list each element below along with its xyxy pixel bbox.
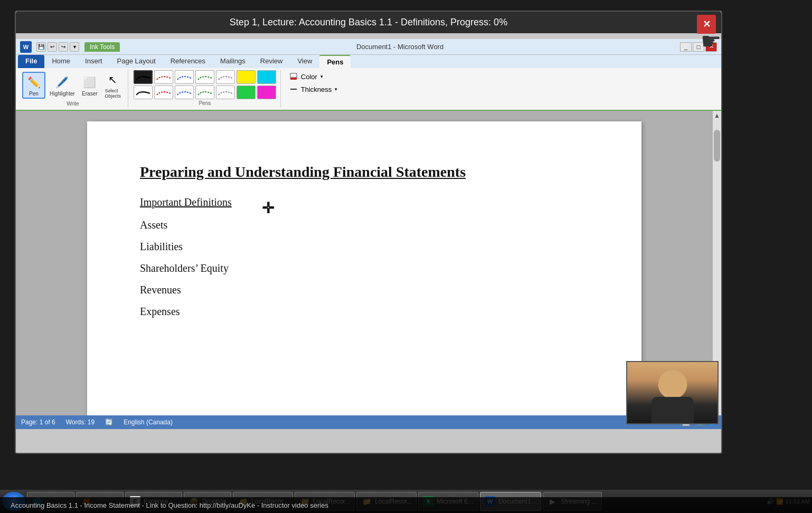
ribbon-content: ✏️ Pen 🖊️ Highlighter ⬜ Eraser [16, 68, 721, 110]
progress-bar: Step 1, Lecture: Accounting Basics 1.1 -… [16, 12, 721, 33]
color-label: Color [301, 73, 317, 81]
tab-pens[interactable]: Pens [319, 55, 351, 68]
select-label: SelectObjects [105, 88, 121, 99]
pen-swatch-green[interactable] [195, 70, 214, 84]
document-title: Document1 - Microsoft Word [123, 43, 677, 51]
caption-bar: Accounting Basics 1.1 - Income Statement… [0, 497, 812, 513]
tab-references[interactable]: References [163, 55, 213, 68]
thickness-option[interactable]: Thickness ▾ [286, 84, 341, 94]
pen-swatch-red[interactable] [154, 70, 173, 84]
scrollbar-thumb[interactable] [714, 130, 720, 162]
pen-swatch-green-bright[interactable] [237, 86, 256, 99]
yellow-pen-stroke [238, 72, 254, 82]
pen-button[interactable]: ✏️ Pen [22, 72, 45, 99]
webcam-overlay [626, 361, 719, 424]
eraser-label: Eraser [82, 91, 97, 97]
status-bar: Page: 1 of 6 Words: 19 🔄 English (Canada… [16, 415, 721, 429]
ribbon: File Home Insert Page Layout References … [16, 55, 721, 111]
tab-home[interactable]: Home [44, 55, 78, 68]
gray-pen-stroke [218, 72, 233, 82]
minimize-btn[interactable]: _ [680, 42, 692, 52]
word-window: W 💾 ↩ ↪ ▾ Ink Tools Document1 - Microsof… [16, 39, 721, 429]
doc-item-revenues: Revenues [140, 284, 589, 296]
customize-btn[interactable]: ▾ [70, 42, 79, 52]
window-controls: _ □ ✕ [680, 42, 717, 52]
highlighter-button[interactable]: 🖊️ Highlighter [48, 73, 77, 98]
words-info: Words: 19 [66, 419, 95, 426]
black-pen-stroke [135, 72, 151, 82]
tab-mailings[interactable]: Mailings [213, 55, 253, 68]
window-close-btn[interactable]: ✕ [705, 42, 717, 52]
redo-btn[interactable]: ↪ [59, 42, 68, 52]
svg-rect-1 [290, 78, 297, 80]
ribbon-group-color-thickness: Color ▾ Thickness ▾ [284, 70, 345, 108]
tab-insert[interactable]: Insert [78, 55, 110, 68]
pen-swatch-pink[interactable] [257, 86, 276, 99]
pen-swatch-black[interactable] [134, 70, 153, 84]
write-tools: ✏️ Pen 🖊️ Highlighter ⬜ Eraser [22, 70, 124, 100]
pen-swatch-gray[interactable] [216, 70, 235, 84]
scroll-up-btn[interactable]: ▲ [714, 112, 720, 119]
highlighter-label: Highlighter [50, 91, 75, 97]
green2-pen-stroke [197, 87, 213, 98]
pen-swatch-blue2[interactable] [175, 86, 194, 99]
pen-swatch-green2[interactable] [195, 86, 214, 99]
webcam-person [627, 362, 717, 423]
doc-item-expenses: Expenses [140, 306, 589, 318]
pen-swatch-cyan[interactable] [257, 70, 276, 84]
ribbon-group-pens: Pens [131, 70, 281, 108]
blue-pen-stroke [176, 72, 192, 82]
pen-swatch-blue[interactable] [175, 70, 194, 84]
green-bright-stroke [238, 87, 254, 98]
word-logo-icon: W [20, 41, 32, 53]
eraser-icon: ⬜ [81, 74, 98, 91]
pen-swatch-yellow[interactable] [237, 70, 256, 84]
tab-view[interactable]: View [290, 55, 319, 68]
cyan-pen-stroke [259, 72, 275, 82]
move-cursor-icon: ✛ [262, 199, 274, 216]
document-scroll[interactable]: Preparing and Understanding Financial St… [16, 111, 713, 415]
pen-swatch-red2[interactable] [154, 86, 173, 99]
doc-item-shareholders-equity: Shareholders’ Equity [140, 262, 589, 274]
ribbon-group-write: ✏️ Pen 🖊️ Highlighter ⬜ Eraser [20, 70, 128, 108]
close-button[interactable]: ✕ [697, 15, 716, 34]
document-area: Preparing and Understanding Financial St… [16, 111, 721, 415]
document-subtitle: Important Definitions [140, 196, 232, 208]
doc-item-liabilities: Liabilities [140, 241, 589, 253]
pens-group-label: Pens [199, 100, 211, 106]
ink-tools-tab[interactable]: Ink Tools [84, 42, 120, 52]
ribbon-tabs: File Home Insert Page Layout References … [16, 55, 721, 68]
pen-label: Pen [29, 91, 39, 97]
svg-rect-0 [290, 73, 297, 78]
color-dropdown-arrow: ▾ [320, 74, 323, 79]
red-pen-stroke [156, 72, 172, 82]
select-objects-button[interactable]: ↖ SelectObjects [102, 70, 124, 100]
pen-swatch-black2[interactable] [134, 86, 153, 99]
undo-btn[interactable]: ↩ [48, 42, 57, 52]
pink-stroke [259, 87, 275, 98]
main-window: Step 1, Lecture: Accounting Basics 1.1 -… [15, 11, 722, 454]
write-group-label: Write [67, 101, 79, 107]
save-btn[interactable]: 💾 [36, 42, 46, 52]
pen-icon: ✏️ [25, 74, 42, 91]
tab-review[interactable]: Review [253, 55, 290, 68]
tab-file[interactable]: File [18, 55, 44, 68]
green-pen-stroke [197, 72, 213, 82]
black2-pen-stroke [135, 87, 151, 98]
restore-btn[interactable]: □ [693, 42, 704, 52]
document-title: Preparing and Understanding Financial St… [140, 164, 589, 180]
pen-swatch-gray2[interactable] [216, 86, 235, 99]
webcam-body [652, 397, 694, 423]
tab-page-layout[interactable]: Page Layout [110, 55, 163, 68]
color-thickness-options: Color ▾ Thickness ▾ [286, 70, 341, 96]
thickness-icon [289, 85, 298, 93]
progress-text: Step 1, Lecture: Accounting Basics 1.1 -… [230, 17, 507, 27]
language-info: English (Canada) [124, 419, 173, 426]
eraser-button[interactable]: ⬜ Eraser [79, 73, 100, 98]
color-option[interactable]: Color ▾ [286, 71, 341, 82]
red2-pen-stroke [156, 87, 172, 98]
quick-access-toolbar: 💾 ↩ ↪ ▾ [36, 42, 79, 52]
proofing-icon: 🔄 [105, 419, 113, 426]
blue2-pen-stroke [176, 87, 192, 98]
doc-item-assets: Assets [140, 219, 589, 231]
